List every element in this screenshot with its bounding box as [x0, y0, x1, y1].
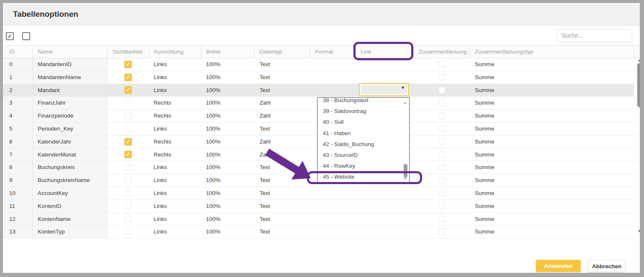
summary-checkbox[interactable] [439, 138, 445, 145]
cell-id: 3 [3, 97, 33, 109]
cell-visibility [108, 110, 149, 122]
column-header-summary[interactable]: Zusammenfassung [414, 46, 470, 58]
table-row[interactable]: 12KontenNameLinks100%TextSumme [3, 213, 636, 226]
dropdown-option[interactable]: 41 - Haben [318, 128, 409, 139]
visibility-checkbox[interactable]: ✓ [124, 138, 132, 146]
cell-alignment: Links [149, 161, 201, 174]
table-row[interactable]: 0MandantenID✓Links100%TextSumme [3, 58, 636, 71]
apply-button[interactable]: Anwenden [536, 260, 581, 272]
summary-checkbox[interactable] [439, 216, 445, 222]
table-row[interactable]: 13KontenTypLinks100%TextSumme [3, 226, 636, 239]
table-row[interactable]: 11KontenIDLinks100%TextSumme [3, 200, 636, 213]
visibility-checkbox[interactable]: ✓ [124, 74, 132, 81]
select-all-checkbox[interactable]: ✓ [6, 32, 14, 40]
cell-summary [414, 110, 470, 122]
cell-name: KalenderMonat [33, 149, 108, 161]
cell-summary [414, 136, 470, 148]
summary-checkbox[interactable] [439, 74, 445, 80]
cell-summary [414, 123, 470, 135]
cell-name: KontenTyp [33, 226, 108, 238]
column-header-id[interactable]: ID [3, 46, 33, 58]
visibility-checkbox[interactable]: ✓ [124, 151, 132, 158]
cell-summary [414, 71, 470, 84]
cell-format [310, 213, 356, 226]
summary-checkbox[interactable] [439, 126, 445, 132]
cell-name: KontenID [33, 200, 108, 213]
table-scrollbar[interactable]: ▲ ▼ [636, 58, 642, 233]
deselect-all-checkbox[interactable] [22, 32, 30, 40]
cell-width: 100% [201, 174, 255, 187]
table-row[interactable]: 2Mandant✓Links100%TextSumme [3, 84, 636, 97]
cell-visibility [108, 226, 149, 238]
cell-visibility: ✓ [108, 71, 149, 84]
cell-summary [414, 97, 470, 109]
dropdown-option[interactable]: 38 - Buchungstext [318, 97, 409, 106]
table-row[interactable]: 1MandantenName✓Links100%TextSumme [3, 71, 636, 84]
annotation-highlight-link-column [353, 42, 413, 60]
dropdown-option[interactable]: 43 - SourceID [318, 150, 409, 161]
visibility-checkbox[interactable] [125, 164, 131, 171]
cell-summary-type: Summe [470, 58, 634, 71]
summary-checkbox[interactable] [439, 100, 445, 106]
title-bar: Tabellenoptionen [3, 3, 640, 26]
search-input[interactable] [557, 29, 632, 42]
visibility-checkbox[interactable] [125, 113, 131, 119]
visibility-checkbox[interactable]: ✓ [124, 86, 132, 94]
cell-id: 6 [3, 136, 33, 148]
summary-checkbox[interactable] [439, 113, 445, 119]
column-header-format[interactable]: Format [310, 46, 356, 58]
visibility-checkbox[interactable]: ✓ [124, 61, 132, 68]
cell-datatype: Text [255, 71, 310, 84]
column-header-visibility[interactable]: Sichtbarkeit [108, 46, 149, 58]
summary-checkbox[interactable] [439, 229, 445, 235]
column-header-width[interactable]: Breite [201, 46, 255, 58]
cell-format [310, 226, 356, 238]
summary-checkbox[interactable] [439, 177, 445, 184]
table-row[interactable]: 10AccountKeyLinks100%TextSumme [3, 187, 636, 200]
visibility-checkbox[interactable] [125, 190, 131, 196]
column-header-alignment[interactable]: Ausrichtung [149, 46, 201, 58]
scrollbar-thumb[interactable] [637, 63, 641, 107]
summary-checkbox[interactable] [439, 87, 445, 93]
link-dropdown-select[interactable]: ▼ [359, 83, 409, 96]
summary-checkbox[interactable] [439, 203, 445, 209]
cell-id: 13 [3, 226, 33, 238]
dropdown-option[interactable]: 40 - Soll [318, 117, 409, 128]
summary-checkbox[interactable] [439, 164, 445, 171]
dropdown-option[interactable]: 39 - Saldovortrag [318, 106, 409, 117]
cell-summary-type: Summe [470, 71, 634, 84]
cell-alignment: Rechts [149, 97, 201, 109]
dropdown-items: 38 - Buchungstext39 - Saldovortrag40 - S… [318, 97, 409, 183]
visibility-checkbox[interactable] [125, 203, 131, 209]
visibility-checkbox[interactable] [125, 177, 131, 184]
cell-width: 100% [201, 110, 255, 122]
cell-format [310, 58, 356, 71]
page-title: Tabellenoptionen [13, 3, 78, 26]
visibility-checkbox[interactable] [125, 100, 131, 106]
column-header-datatype[interactable]: Datentyp [255, 46, 310, 58]
cell-summary-type: Summe [470, 84, 634, 97]
visibility-checkbox[interactable] [125, 126, 131, 132]
scroll-down-icon[interactable]: ▼ [636, 229, 642, 233]
scroll-up-icon[interactable]: ▲ [636, 58, 642, 62]
dropdown-option[interactable]: 44 - RowKey [318, 161, 409, 172]
cell-width: 100% [201, 213, 255, 226]
summary-checkbox[interactable] [439, 61, 445, 67]
summary-checkbox[interactable] [439, 190, 445, 196]
cell-id: 9 [3, 174, 33, 187]
column-header-summary-type[interactable]: Zusammenfassungstyp [470, 46, 634, 58]
check-icon: ✓ [8, 33, 12, 39]
cell-summary [414, 161, 470, 174]
visibility-checkbox[interactable] [125, 216, 131, 222]
cell-width: 100% [201, 200, 255, 213]
dropdown-option[interactable]: 42 - Saldo_Buchung [318, 139, 409, 150]
column-header-name[interactable]: Name [33, 46, 108, 58]
cell-width: 100% [201, 71, 255, 84]
dropdown-scroll-up-icon[interactable]: ▲ [403, 100, 407, 105]
cell-id: 2 [3, 84, 33, 97]
cell-link [356, 71, 414, 84]
summary-checkbox[interactable] [439, 151, 445, 158]
visibility-checkbox[interactable] [125, 229, 131, 235]
cell-datatype: Text [255, 200, 310, 213]
cancel-button[interactable]: Abbrechen [588, 260, 626, 272]
